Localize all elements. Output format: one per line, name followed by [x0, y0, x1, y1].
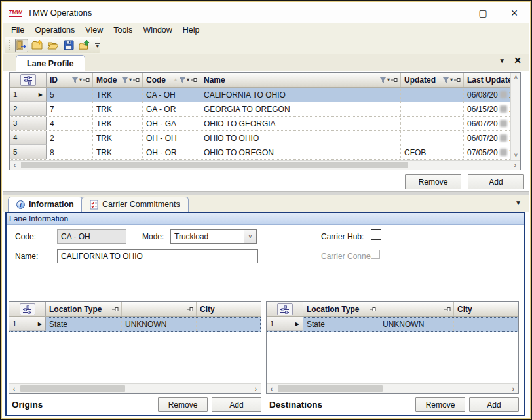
cell-location-type[interactable]: State — [46, 317, 122, 331]
scroll-left-icon[interactable]: ‹ — [10, 161, 20, 170]
cell-value[interactable]: UNKNOWN — [379, 317, 454, 331]
table-row[interactable]: 1▶ State UNKNOWN — [9, 317, 261, 332]
cell-code[interactable]: GA - OR — [143, 102, 200, 116]
row-header[interactable]: 4 — [10, 131, 47, 145]
column-header-unnamed[interactable] — [122, 302, 197, 316]
tab-carrier-commitments[interactable]: Carrier Commitments — [81, 197, 189, 212]
horizontal-scrollbar[interactable]: ‹ › — [267, 383, 518, 393]
cell-code[interactable]: OH - GA — [143, 117, 200, 130]
cell-mode[interactable]: TRK — [93, 102, 143, 116]
toolbar-grip[interactable] — [9, 40, 10, 50]
column-header-unnamed[interactable] — [379, 302, 454, 316]
column-header-updated[interactable]: Updated ▾ — [401, 73, 464, 87]
column-header-city[interactable]: City — [454, 302, 518, 316]
table-row[interactable]: 5 8 TRK OH - OR OHIO TO OREGON CFOB 07/0… — [10, 145, 520, 160]
menu-operations[interactable]: Operations — [29, 24, 80, 36]
cell-city[interactable] — [197, 317, 261, 331]
scroll-left-icon[interactable]: ‹ — [9, 384, 19, 394]
cell-updated[interactable]: CFOB — [401, 145, 464, 159]
scroll-right-icon[interactable]: › — [508, 384, 518, 394]
field-chooser-button[interactable] — [20, 303, 35, 315]
save-button[interactable] — [62, 39, 75, 52]
row-header[interactable]: 2 — [10, 102, 47, 116]
export-button[interactable] — [78, 39, 91, 52]
toolbar-options-button[interactable]: ▾ — [95, 43, 100, 48]
row-header[interactable]: 1▶ — [10, 88, 47, 102]
menu-help[interactable]: Help — [178, 24, 205, 36]
column-header-id[interactable]: ID ▾ — [47, 73, 93, 87]
tab-close-icon[interactable]: ✕ — [514, 56, 522, 64]
cell-name[interactable]: OHIO TO GEORGIA — [200, 117, 401, 130]
field-chooser-button[interactable] — [20, 74, 36, 86]
close-button[interactable]: × — [508, 9, 520, 18]
detail-tab-dropdown-icon[interactable]: ▼ — [515, 199, 522, 206]
menu-window[interactable]: Window — [138, 24, 177, 36]
cell-mode[interactable]: TRK — [93, 131, 143, 145]
filter-dropdown-icon[interactable]: ▾ — [129, 77, 132, 83]
cell-id[interactable]: 4 — [47, 117, 93, 130]
cell-code[interactable]: OH - OH — [143, 131, 200, 145]
horizontal-scrollbar[interactable]: ‹ › — [10, 160, 520, 170]
tab-information[interactable]: i Information — [8, 197, 83, 212]
vertical-scrollbar[interactable]: ˄ ˅ — [510, 73, 520, 160]
table-row[interactable]: 2 7 TRK GA - OR GEORGIA TO OREGON 06/15/… — [10, 102, 520, 117]
cell-mode[interactable]: TRK — [93, 145, 143, 159]
name-field[interactable] — [57, 249, 258, 263]
carrier-hub-checkbox[interactable] — [371, 229, 381, 240]
cell-updated[interactable] — [401, 131, 464, 145]
column-header-code[interactable]: Code ▲▾ — [143, 73, 200, 87]
cell-id[interactable]: 5 — [47, 88, 93, 102]
column-header-location-type[interactable]: Location Type — [46, 302, 122, 316]
menu-tools[interactable]: Tools — [108, 24, 138, 36]
field-chooser-button[interactable] — [277, 303, 293, 315]
menu-file[interactable]: File — [6, 24, 29, 36]
exit-button[interactable] — [15, 39, 28, 52]
scrollbar-thumb[interactable] — [20, 385, 125, 392]
destinations-remove-button[interactable]: Remove — [415, 397, 465, 412]
table-row[interactable]: 4 2 TRK OH - OH OHIO TO OHIO 06/07/2012: — [10, 131, 520, 145]
cell-id[interactable]: 2 — [47, 131, 93, 145]
scrollbar-thumb[interactable] — [278, 385, 383, 392]
cell-updated[interactable] — [401, 102, 464, 116]
lane-remove-button[interactable]: Remove — [405, 174, 461, 189]
tab-lane-profile[interactable]: Lane Profile — [16, 55, 85, 71]
combo-dropdown-icon[interactable]: ˅ — [244, 230, 256, 243]
minimize-button[interactable]: — — [446, 8, 457, 18]
scrollbar-thumb[interactable] — [21, 162, 408, 168]
cell-mode[interactable]: TRK — [93, 117, 143, 130]
cell-name[interactable]: GEORGIA TO OREGON — [200, 102, 401, 116]
cell-code[interactable]: CA - OH — [143, 88, 200, 102]
lane-add-button[interactable]: Add — [468, 174, 524, 189]
cell-value[interactable]: UNKNOWN — [122, 317, 197, 331]
cell-id[interactable]: 7 — [47, 102, 93, 116]
filter-dropdown-icon[interactable]: ▾ — [187, 77, 189, 83]
cell-name[interactable]: OHIO TO OREGON — [200, 145, 401, 159]
cell-name[interactable]: CALIFORNIA TO OHIO — [200, 88, 401, 102]
scroll-right-icon[interactable]: › — [510, 161, 520, 170]
column-header-location-type[interactable]: Location Type — [303, 302, 379, 316]
table-row[interactable]: 1▶ State UNKNOWN — [267, 317, 518, 332]
filter-dropdown-icon[interactable]: ▾ — [79, 77, 82, 83]
cell-mode[interactable]: TRK — [93, 88, 143, 102]
scroll-down-icon[interactable]: ˅ — [511, 152, 521, 159]
open-button[interactable] — [47, 39, 60, 52]
destinations-add-button[interactable]: Add — [469, 397, 519, 412]
origins-add-button[interactable]: Add — [212, 397, 261, 412]
scroll-left-icon[interactable]: ‹ — [267, 384, 276, 394]
cell-location-type[interactable]: State — [303, 317, 379, 331]
cell-updated[interactable] — [401, 88, 464, 102]
cell-id[interactable]: 8 — [47, 145, 93, 159]
row-header[interactable]: 1▶ — [267, 317, 303, 331]
column-header-mode[interactable]: Mode ▾ — [93, 73, 143, 87]
row-header[interactable]: 1▶ — [9, 317, 46, 331]
row-header[interactable]: 5 — [10, 145, 47, 159]
tab-list-dropdown-icon[interactable]: ▼ — [499, 57, 505, 64]
code-field[interactable] — [57, 229, 126, 244]
mode-select[interactable]: Truckload ˅ — [170, 229, 257, 244]
origins-remove-button[interactable]: Remove — [158, 397, 208, 412]
menu-view[interactable]: View — [80, 24, 108, 36]
column-header-name[interactable]: Name ▾ — [200, 73, 401, 87]
cell-code[interactable]: OH - OR — [143, 145, 200, 159]
filter-dropdown-icon[interactable]: ▾ — [450, 77, 453, 83]
maximize-button[interactable]: ▢ — [477, 8, 489, 18]
